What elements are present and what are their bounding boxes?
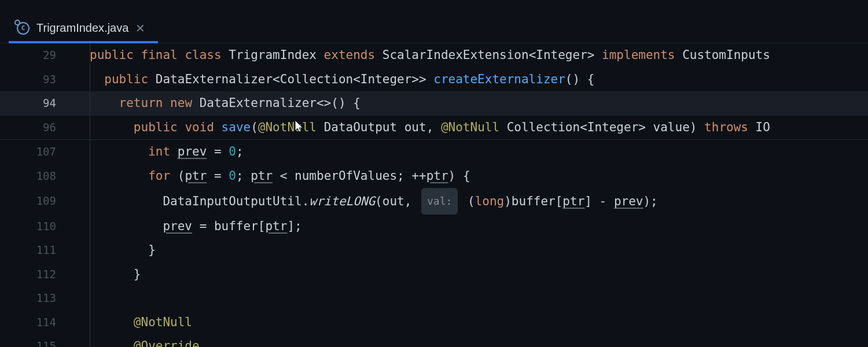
line-number: 29 — [0, 43, 72, 68]
code-content: for (ptr = 0; ptr < numberOfValues; ++pt… — [72, 164, 868, 189]
code-content: public final class TrigramIndex extends … — [72, 43, 868, 68]
line-number: 108 — [0, 164, 72, 189]
sticky-scroll-header[interactable]: 29public final class TrigramIndex extend… — [0, 43, 868, 140]
code-line[interactable]: 29public final class TrigramIndex extend… — [0, 43, 868, 68]
code-content: int prev = 0; — [72, 140, 868, 164]
code-content: public DataExternalizer<Collection<Integ… — [72, 68, 868, 92]
line-number: 114 — [0, 311, 72, 335]
code-content: } — [72, 263, 868, 287]
code-content: return new DataExternalizer<>() { — [72, 91, 868, 116]
line-number: 93 — [0, 68, 72, 92]
line-number: 94 — [0, 91, 72, 116]
code-content: DataInputOutputUtil.writeLONG(out, val: … — [72, 188, 868, 215]
code-line[interactable]: 94 return new DataExternalizer<>() { — [0, 91, 868, 116]
code-line[interactable]: 111 } — [0, 238, 868, 263]
code-content: @NotNull — [72, 311, 868, 335]
line-number: 115 — [0, 334, 72, 347]
code-line[interactable]: 113 — [0, 286, 868, 311]
code-content: public void save(@NotNull DataOutput out… — [72, 116, 868, 140]
code-content: @Override — [72, 334, 868, 347]
inlay-hint: val: — [421, 188, 458, 215]
editor-tab-bar: C TrigramIndex.java ✕ — [0, 0, 868, 43]
close-icon[interactable]: ✕ — [135, 23, 145, 34]
code-line[interactable]: 108 for (ptr = 0; ptr < numberOfValues; … — [0, 164, 868, 189]
line-number: 110 — [0, 215, 72, 239]
code-line[interactable]: 115 @Override — [0, 334, 868, 347]
code-line[interactable]: 107 int prev = 0; — [0, 140, 868, 164]
line-number: 111 — [0, 238, 72, 263]
java-class-icon: C — [17, 22, 30, 35]
line-number: 113 — [0, 286, 72, 311]
code-line[interactable]: 114 @NotNull — [0, 311, 868, 335]
line-number: 112 — [0, 263, 72, 287]
code-content: prev = buffer[ptr]; — [72, 215, 868, 239]
code-editor[interactable]: 29public final class TrigramIndex extend… — [0, 43, 868, 347]
line-number: 96 — [0, 116, 72, 140]
code-line[interactable]: 112 } — [0, 263, 868, 287]
code-line[interactable]: 109 DataInputOutputUtil.writeLONG(out, v… — [0, 188, 868, 215]
line-number: 109 — [0, 189, 72, 213]
code-content: } — [72, 238, 868, 263]
indent-guide — [90, 43, 90, 347]
file-tab[interactable]: C TrigramIndex.java ✕ — [9, 12, 158, 43]
code-line[interactable]: 110 prev = buffer[ptr]; — [0, 215, 868, 239]
code-line[interactable]: 96 public void save(@NotNull DataOutput … — [0, 116, 868, 140]
tab-filename: TrigramIndex.java — [36, 21, 128, 35]
code-line[interactable]: 93 public DataExternalizer<Collection<In… — [0, 68, 868, 92]
line-number: 107 — [0, 140, 72, 164]
